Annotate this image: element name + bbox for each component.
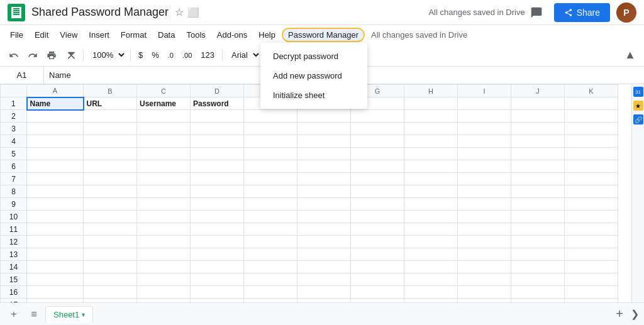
grid-cell[interactable] [511, 123, 565, 135]
grid-cell[interactable] [137, 286, 191, 299]
print-button[interactable] [43, 47, 60, 64]
grid-cell[interactable] [297, 223, 351, 236]
grid-cell[interactable] [404, 299, 458, 303]
cell-j1[interactable] [511, 97, 565, 110]
grid-cell[interactable] [191, 185, 244, 198]
col-header-d[interactable]: D [191, 85, 244, 97]
grid-cell[interactable] [458, 185, 511, 198]
grid-cell[interactable] [351, 223, 404, 236]
grid-cell[interactable] [244, 185, 297, 198]
grid-cell[interactable] [27, 211, 84, 223]
grid-cell[interactable] [565, 236, 618, 248]
grid-cell[interactable] [27, 160, 84, 173]
grid-cell[interactable] [565, 273, 618, 286]
grid-cell[interactable] [137, 273, 191, 286]
grid-cell[interactable] [84, 110, 137, 123]
grid-cell[interactable] [565, 135, 618, 148]
sidebar-icon-star[interactable]: ★ [633, 101, 643, 111]
grid-cell[interactable] [351, 123, 404, 135]
row-num-11[interactable]: 11 [1, 223, 27, 236]
format-number-btn[interactable]: 123 [197, 49, 218, 61]
collapse-toolbar-btn[interactable]: ▲ [621, 47, 639, 64]
zoom-select[interactable]: 100% [87, 48, 126, 62]
redo-button[interactable] [24, 47, 42, 64]
grid-cell[interactable] [458, 273, 511, 286]
cell-reference[interactable]: A1 [0, 67, 44, 84]
grid-cell[interactable] [297, 273, 351, 286]
grid-cell[interactable] [297, 160, 351, 173]
grid-cell[interactable] [84, 198, 137, 211]
grid-cell[interactable] [297, 248, 351, 261]
grid-cell[interactable] [351, 185, 404, 198]
grid-cell[interactable] [565, 198, 618, 211]
grid-cell[interactable] [565, 123, 618, 135]
grid-cell[interactable] [404, 286, 458, 299]
grid-cell[interactable] [191, 223, 244, 236]
grid-cell[interactable] [565, 160, 618, 173]
cell-h1[interactable] [404, 97, 458, 110]
grid-cell[interactable] [191, 236, 244, 248]
grid-cell[interactable] [458, 198, 511, 211]
grid-cell[interactable] [137, 248, 191, 261]
row-num-3[interactable]: 3 [1, 123, 27, 135]
grid-cell[interactable] [511, 273, 565, 286]
grid-cell[interactable] [191, 148, 244, 160]
grid-cell[interactable] [84, 299, 137, 303]
grid-cell[interactable] [511, 198, 565, 211]
row-num-13[interactable]: 13 [1, 248, 27, 261]
grid-cell[interactable] [191, 273, 244, 286]
grid-cell[interactable] [137, 123, 191, 135]
folder-icon[interactable]: ⬜ [187, 7, 199, 18]
grid-cell[interactable] [458, 261, 511, 273]
grid-cell[interactable] [27, 185, 84, 198]
grid-cell[interactable] [137, 299, 191, 303]
dropdown-item-init[interactable]: Initialize sheet [260, 85, 367, 105]
grid-cell[interactable] [191, 123, 244, 135]
grid-cell[interactable] [297, 299, 351, 303]
grid-cell[interactable] [191, 173, 244, 185]
grid-cell[interactable] [191, 110, 244, 123]
menu-item-password-manager[interactable]: Password Manager [282, 28, 365, 42]
grid-cell[interactable] [404, 236, 458, 248]
grid-cell[interactable] [511, 299, 565, 303]
grid-cell[interactable] [297, 286, 351, 299]
grid-cell[interactable] [27, 148, 84, 160]
font-family-select[interactable]: Arial [226, 48, 261, 62]
grid-cell[interactable] [84, 148, 137, 160]
grid-cell[interactable] [84, 185, 137, 198]
grid-cell[interactable] [191, 248, 244, 261]
grid-cell[interactable] [137, 135, 191, 148]
grid-cell[interactable] [351, 248, 404, 261]
grid-cell[interactable] [511, 185, 565, 198]
grid-cell[interactable] [404, 110, 458, 123]
grid-cell[interactable] [297, 198, 351, 211]
row-num-6[interactable]: 6 [1, 160, 27, 173]
grid-cell[interactable] [137, 185, 191, 198]
grid-cell[interactable] [191, 299, 244, 303]
grid-cell[interactable] [27, 261, 84, 273]
grid-cell[interactable] [84, 160, 137, 173]
grid-cell[interactable] [565, 299, 618, 303]
grid-cell[interactable] [84, 236, 137, 248]
menu-item-edit[interactable]: Edit [30, 28, 53, 42]
add-sheet-right-button[interactable]: + [611, 306, 628, 323]
col-header-h[interactable]: H [404, 85, 458, 97]
undo-button[interactable] [5, 47, 23, 64]
grid-cell[interactable] [458, 299, 511, 303]
grid-cell[interactable] [84, 261, 137, 273]
grid-cell[interactable] [458, 123, 511, 135]
grid-cell[interactable] [404, 261, 458, 273]
grid-cell[interactable] [244, 236, 297, 248]
decimal-more-btn[interactable]: .0 [164, 50, 177, 60]
grid-cell[interactable] [27, 110, 84, 123]
grid-cell[interactable] [565, 248, 618, 261]
menu-item-data[interactable]: Data [153, 28, 180, 42]
cell-a1[interactable]: Name [27, 97, 84, 110]
sidebar-icon-notifications[interactable]: 31 [633, 87, 643, 97]
grid-cell[interactable] [565, 211, 618, 223]
grid-cell[interactable] [84, 135, 137, 148]
grid-cell[interactable] [565, 286, 618, 299]
comments-button[interactable] [525, 1, 548, 24]
cell-i1[interactable] [458, 97, 511, 110]
grid-cell[interactable] [351, 148, 404, 160]
